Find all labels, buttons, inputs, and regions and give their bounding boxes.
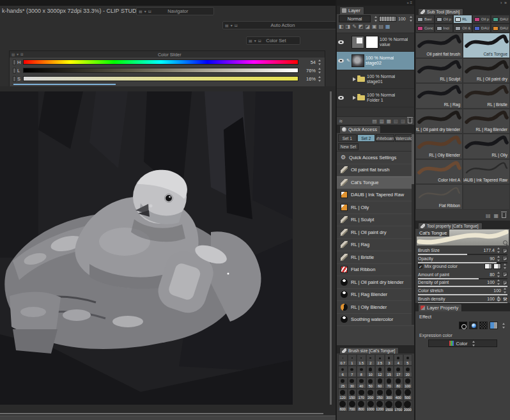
brush-size-cell[interactable]: 600 [338, 400, 348, 412]
layer-thumbnail[interactable] [352, 54, 364, 67]
sub-tool-group-tab[interactable]: DAU [472, 24, 491, 33]
h-gradient-slider[interactable] [23, 59, 298, 65]
sub-tool-brush-cell[interactable]: RL | Oil paint dry blender [415, 109, 463, 134]
sub-tool-group-tab[interactable]: RL [453, 15, 472, 24]
quick-access-item[interactable]: RL | Oily [337, 201, 414, 214]
slider-stepper[interactable] [318, 68, 322, 74]
slider-tab-icon[interactable] [13, 59, 16, 65]
border-effect-icon[interactable] [459, 322, 467, 329]
brush-size-cell[interactable]: 5 [403, 354, 413, 366]
sub-tool-brush-cell[interactable]: RL | Oily [463, 134, 510, 159]
quick-access-item[interactable]: RL | Oil paint dry [337, 226, 414, 239]
brush-size-cell[interactable]: 6 [338, 366, 348, 377]
pen-pressure-dynamics-icon[interactable] [502, 272, 507, 277]
sub-tool-brush-cell[interactable]: Cat's Tongue [463, 33, 510, 58]
set-ruler-icon[interactable]: ▤ [379, 24, 384, 30]
property-stepper[interactable] [503, 263, 507, 269]
quick-access-set-button[interactable]: Set 2 [357, 134, 376, 142]
brush-size-cell[interactable]: 1200 [375, 400, 385, 412]
layer-row[interactable]: 100 % Normalstage01 [337, 70, 414, 89]
quick-access-item[interactable]: RL | Oily Blender [337, 301, 414, 314]
expand-arrow-icon[interactable] [353, 96, 356, 100]
brush-size-cell[interactable]: 0.7 [338, 354, 348, 366]
brush-size-cell[interactable]: 2.5 [375, 354, 385, 366]
chevron-down-icon[interactable]: ▾ [17, 52, 19, 56]
register-sub-tool-icon[interactable]: ▤ [486, 213, 491, 219]
brush-stroke-preview[interactable]: Cat's Tongue [417, 229, 509, 245]
eye-icon[interactable] [338, 40, 344, 44]
layer-opacity-slider[interactable] [379, 16, 396, 22]
duplicate-sub-tool-icon[interactable]: ▦ [493, 213, 498, 219]
eye-icon[interactable] [338, 96, 344, 100]
brush-size-cell[interactable]: 50 [366, 377, 376, 389]
slider-tab-icon[interactable] [13, 68, 16, 74]
tab-quick-access[interactable]: Quick Access [339, 125, 381, 133]
eye-cell[interactable] [337, 96, 345, 100]
quick-access-item[interactable]: RL | Rag [337, 239, 414, 252]
draft-layer-icon[interactable]: ✎ [352, 24, 357, 30]
slider-stepper[interactable] [318, 59, 322, 65]
auto-action-panel-bar[interactable]: ▤▾⊟ Auto Action [222, 21, 337, 29]
apply-mask-icon[interactable]: ▨ [401, 118, 405, 124]
brush-size-cell[interactable]: 17 [394, 366, 403, 377]
quick-access-item[interactable]: RL | Oil paint dry blender [337, 276, 414, 289]
tab-tool-property[interactable]: Tool property [Cat's Tongue] [418, 222, 483, 229]
brush-size-cell[interactable]: 12 [375, 366, 385, 377]
sub-tool-group-tab[interactable]: Basi [415, 15, 435, 24]
tab-layer[interactable]: Layer [339, 6, 364, 14]
property-stepper[interactable] [497, 279, 501, 285]
panel-bar-icons[interactable]: ▤▾⊟ [139, 9, 151, 13]
property-stepper[interactable] [497, 247, 501, 253]
quick-access-item[interactable]: ⚙Quick Access Settings [337, 152, 414, 164]
eye-cell[interactable] [337, 40, 345, 44]
sub-tool-brush-cell[interactable]: Oil paint flat brush [415, 33, 463, 58]
brush-size-cell[interactable]: 60 [375, 377, 385, 389]
layer-mask-thumbnail[interactable] [352, 36, 364, 49]
layer-thumbnail[interactable] [366, 36, 378, 49]
brush-size-cell[interactable]: 1.5 [357, 354, 366, 366]
quick-access-item[interactable]: Cat's Tongue [337, 176, 414, 189]
menu-icon[interactable]: ▤ [225, 23, 229, 27]
lock-layer-icon[interactable]: ◩ [359, 24, 364, 30]
brush-size-cell[interactable]: 400 [394, 389, 403, 400]
gear-icon[interactable]: ⚙ [497, 297, 501, 302]
brush-size-cell[interactable]: 500 [403, 389, 413, 400]
brush-size-cell[interactable]: 700 [348, 400, 357, 412]
brush-size-cell[interactable]: 40 [357, 377, 366, 389]
expand-arrow-icon[interactable] [353, 77, 356, 81]
eye-icon[interactable] [338, 59, 344, 63]
panel-bar-icons[interactable]: ▤▾⊟ [225, 23, 238, 27]
mix-swatch-icon[interactable] [493, 263, 501, 269]
chevron-down-icon[interactable]: ▾ [231, 23, 233, 27]
quick-access-item[interactable]: Oil paint flat brush [337, 164, 414, 177]
layer-color-icon[interactable]: ▦ [385, 24, 390, 30]
property-stepper[interactable] [497, 256, 501, 261]
panel-bar-icons[interactable]: ▤▾⊟ [12, 52, 24, 56]
sub-tool-brush-cell[interactable]: DAUB | Ink Tapered Raw [463, 159, 510, 185]
sub-tool-group-tab[interactable]: Oil p [435, 15, 454, 24]
sub-tool-brush-cell[interactable]: Color Hint A [415, 159, 463, 185]
brush-size-cell[interactable]: 1500 [385, 400, 394, 412]
effect-stepper[interactable] [502, 323, 506, 329]
brush-size-cell[interactable]: 2000 [403, 400, 413, 412]
sub-tool-brush-cell[interactable]: RL | Rag [415, 83, 463, 109]
color-slider-titlebar[interactable]: ▤▾⊟ Color Slider [10, 51, 325, 58]
duplicate-layer-icon[interactable]: ▦ [387, 118, 391, 124]
sub-tool-brush-cell[interactable]: Flat Ribbon [415, 184, 463, 210]
quick-access-item[interactable]: Flat Ribbon [337, 264, 414, 277]
panel-chevrons-icon[interactable]: » ≡ [406, 1, 412, 4]
wrench-icon[interactable]: ⚒ [503, 297, 507, 302]
color-set-panel-bar[interactable]: ▤▾⊟ Color Set [246, 36, 300, 45]
lock-transparent-pixels-icon[interactable]: ◪ [365, 24, 370, 30]
brush-size-cell[interactable]: 150 [348, 389, 357, 400]
tab-sub-tool[interactable]: Sub Tool [Brush] [418, 8, 463, 15]
color-slider-scrollbar[interactable] [13, 84, 116, 85]
brush-size-cell[interactable]: 200 [366, 389, 376, 400]
brush-size-cell[interactable]: 20 [403, 366, 413, 377]
new-folder-icon[interactable]: ▥ [380, 118, 384, 124]
brush-size-cell[interactable]: 3 [385, 354, 394, 366]
brush-size-cell[interactable]: 8 [357, 366, 366, 377]
reference-layer-icon[interactable]: ◨ [346, 24, 351, 30]
chevron-down-icon[interactable]: ▾ [254, 38, 256, 43]
quick-access-set-button[interactable]: whiteboard [376, 134, 394, 142]
